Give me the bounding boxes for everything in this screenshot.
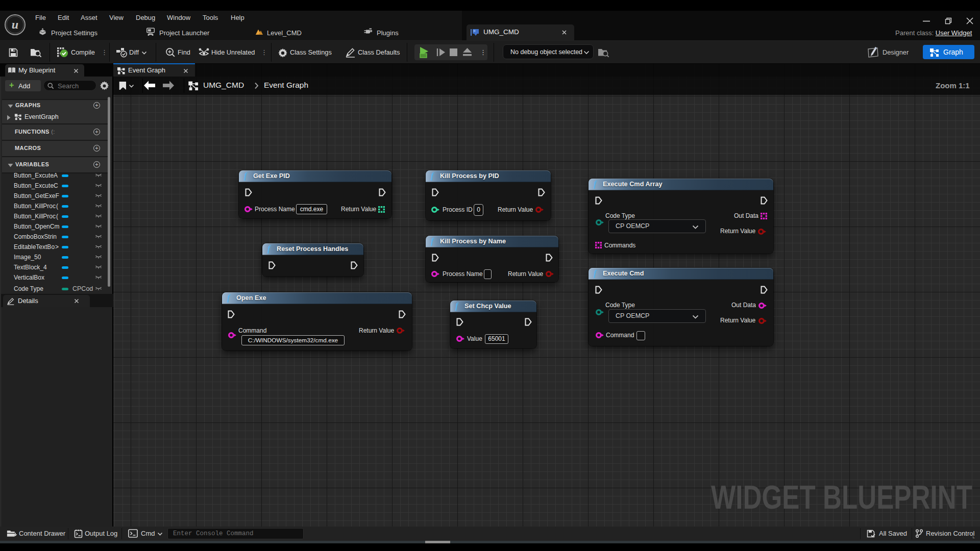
svg-text:u: u [12, 18, 18, 31]
